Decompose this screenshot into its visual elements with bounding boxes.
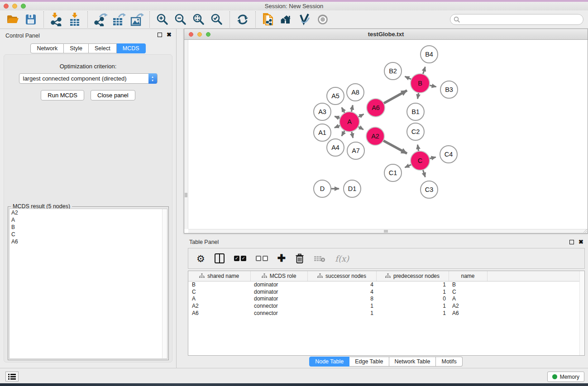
tab-mcds[interactable]: MCDS bbox=[117, 43, 146, 53]
network-hscroll-thumb[interactable] bbox=[384, 230, 388, 233]
refresh-button[interactable] bbox=[234, 12, 252, 27]
graph-node-C1[interactable]: C1 bbox=[384, 164, 402, 181]
result-list-item[interactable]: B bbox=[10, 224, 167, 231]
table-cell[interactable]: 4 bbox=[307, 281, 376, 288]
memory-button[interactable]: Memory bbox=[547, 372, 584, 382]
tab-select[interactable]: Select bbox=[89, 43, 117, 53]
graph-node-D[interactable]: D bbox=[314, 180, 331, 197]
deselect-all-checkboxes-icon[interactable] bbox=[256, 256, 268, 261]
table-cell[interactable]: 1 bbox=[376, 302, 449, 310]
result-list-item[interactable]: A2 bbox=[10, 209, 167, 216]
column-header-successor-nodes[interactable]: successor nodes bbox=[307, 271, 376, 281]
table-cell[interactable]: dominator bbox=[250, 288, 307, 295]
table-cell[interactable]: 1 bbox=[376, 310, 449, 317]
graph-node-B3[interactable]: B3 bbox=[440, 81, 458, 98]
graph-node-B2[interactable]: B2 bbox=[384, 62, 402, 80]
table-cell[interactable]: C bbox=[449, 288, 487, 295]
table-row[interactable]: Adominator80A bbox=[188, 295, 584, 302]
table-cell[interactable]: 1 bbox=[376, 288, 449, 295]
tab-network-table[interactable]: Network Table bbox=[389, 357, 436, 367]
graph-node-B1[interactable]: B1 bbox=[407, 103, 424, 120]
tab-motifs[interactable]: Motifs bbox=[436, 357, 462, 367]
column-header-predecessor-nodes[interactable]: predecessor nodes bbox=[376, 271, 449, 281]
table-row[interactable]: Cdominator41C bbox=[188, 288, 584, 295]
graph-node-A[interactable]: A bbox=[339, 112, 359, 132]
network-graph[interactable]: AA1A2A3A4A5A6A7A8BB1B2B3B4CC1C2C3C4DD1 bbox=[184, 40, 588, 229]
close-panel-icon[interactable]: ✖ bbox=[167, 33, 172, 37]
table-cell[interactable]: A2 bbox=[188, 302, 250, 310]
network-horizontal-scrollbar[interactable] bbox=[188, 229, 588, 233]
column-header-name[interactable]: name bbox=[449, 271, 487, 281]
graph-node-A2[interactable]: A2 bbox=[366, 127, 384, 145]
graph-node-C3[interactable]: C3 bbox=[421, 181, 438, 198]
delete-column-trash-icon[interactable] bbox=[295, 253, 304, 264]
select-all-checkboxes-icon[interactable]: ✓ ✓ bbox=[234, 256, 246, 261]
table-cell[interactable]: 0 bbox=[376, 295, 449, 302]
import-network-button[interactable] bbox=[48, 12, 66, 27]
criterion-select[interactable]: largest connected component (directed) ▲… bbox=[19, 73, 158, 84]
table-cell[interactable]: 1 bbox=[307, 302, 376, 310]
network-vscroll-thumb[interactable] bbox=[185, 193, 187, 197]
table-body[interactable]: Bdominator41BCdominator41CAdominator80AA… bbox=[188, 281, 584, 316]
network-canvas[interactable]: AA1A2A3A4A5A6A7A8BB1B2B3B4CC1C2C3C4DD1 bbox=[184, 40, 588, 229]
graph-node-A7[interactable]: A7 bbox=[347, 142, 364, 159]
table-cell[interactable]: B bbox=[188, 281, 250, 288]
tab-network[interactable]: Network bbox=[30, 43, 64, 53]
show-hide-style-button[interactable] bbox=[296, 12, 314, 27]
table-cell[interactable]: dominator bbox=[250, 295, 307, 302]
close-table-panel-icon[interactable]: ✖ bbox=[578, 240, 583, 244]
graph-node-C[interactable]: C bbox=[411, 151, 430, 170]
close-panel-button[interactable]: Close panel bbox=[91, 90, 135, 100]
tab-edge-table[interactable]: Edge Table bbox=[349, 357, 389, 367]
delete-table-icon[interactable] bbox=[314, 254, 325, 262]
new-network-from-selection-button[interactable] bbox=[259, 12, 277, 27]
graph-node-B4[interactable]: B4 bbox=[421, 46, 438, 63]
export-table-button[interactable] bbox=[110, 12, 128, 27]
zoom-out-button[interactable] bbox=[172, 12, 190, 27]
search-input[interactable] bbox=[450, 14, 583, 25]
graph-node-C2[interactable]: C2 bbox=[407, 123, 424, 140]
mcds-result-list[interactable]: A2ABCA6 bbox=[9, 209, 167, 359]
result-list-item[interactable]: A6 bbox=[10, 238, 167, 245]
table-cell[interactable]: A bbox=[188, 295, 250, 302]
show-hide-view-button[interactable] bbox=[314, 12, 332, 27]
table-cell[interactable]: dominator bbox=[250, 281, 307, 288]
open-session-button[interactable] bbox=[4, 12, 22, 27]
result-list-scrollbar[interactable] bbox=[162, 209, 167, 358]
network-vertical-scrollbar[interactable] bbox=[184, 40, 188, 229]
graph-node-B[interactable]: B bbox=[411, 74, 430, 93]
table-row[interactable]: A6connector11A6 bbox=[188, 310, 584, 317]
zoom-selected-button[interactable] bbox=[208, 12, 226, 27]
export-network-button[interactable] bbox=[91, 12, 110, 27]
table-cell[interactable]: connector bbox=[250, 302, 307, 310]
graph-edge-A6-B[interactable] bbox=[383, 91, 407, 104]
graph-node-A6[interactable]: A6 bbox=[367, 99, 385, 117]
graph-node-A5[interactable]: A5 bbox=[327, 87, 344, 105]
tab-node-table[interactable]: Node Table bbox=[309, 357, 349, 367]
table-cell[interactable]: B bbox=[449, 281, 487, 288]
graph-node-A8[interactable]: A8 bbox=[347, 84, 364, 101]
task-history-button[interactable] bbox=[5, 372, 19, 381]
table-header-row[interactable]: shared nameMCDS rolesuccessor nodesprede… bbox=[188, 271, 584, 281]
show-columns-icon[interactable] bbox=[215, 253, 225, 263]
float-table-panel-icon[interactable] bbox=[569, 240, 574, 244]
table-row[interactable]: A2connector11A2 bbox=[188, 302, 584, 310]
column-header-shared-name[interactable]: shared name bbox=[188, 271, 250, 281]
export-image-button[interactable] bbox=[128, 12, 146, 27]
resize-grip-icon[interactable] bbox=[582, 228, 588, 233]
graph-node-A4[interactable]: A4 bbox=[327, 139, 344, 156]
table-cell[interactable]: 1 bbox=[376, 281, 449, 288]
graph-node-D1[interactable]: D1 bbox=[344, 180, 361, 197]
table-row[interactable]: Bdominator41B bbox=[188, 281, 584, 288]
table-vertical-scrollbar[interactable] bbox=[579, 271, 584, 355]
float-panel-icon[interactable] bbox=[158, 33, 162, 37]
table-cell[interactable]: A6 bbox=[449, 310, 487, 317]
table-options-gear-icon[interactable]: ⚙ bbox=[196, 254, 205, 263]
table-cell[interactable]: 1 bbox=[307, 310, 376, 317]
result-list-item[interactable]: A bbox=[10, 216, 167, 224]
run-mcds-button[interactable]: Run MCDS bbox=[41, 90, 84, 100]
graph-node-C4[interactable]: C4 bbox=[440, 146, 457, 163]
graph-node-A1[interactable]: A1 bbox=[314, 124, 331, 141]
import-table-button[interactable] bbox=[66, 12, 84, 27]
table-cell[interactable]: C bbox=[188, 288, 250, 295]
